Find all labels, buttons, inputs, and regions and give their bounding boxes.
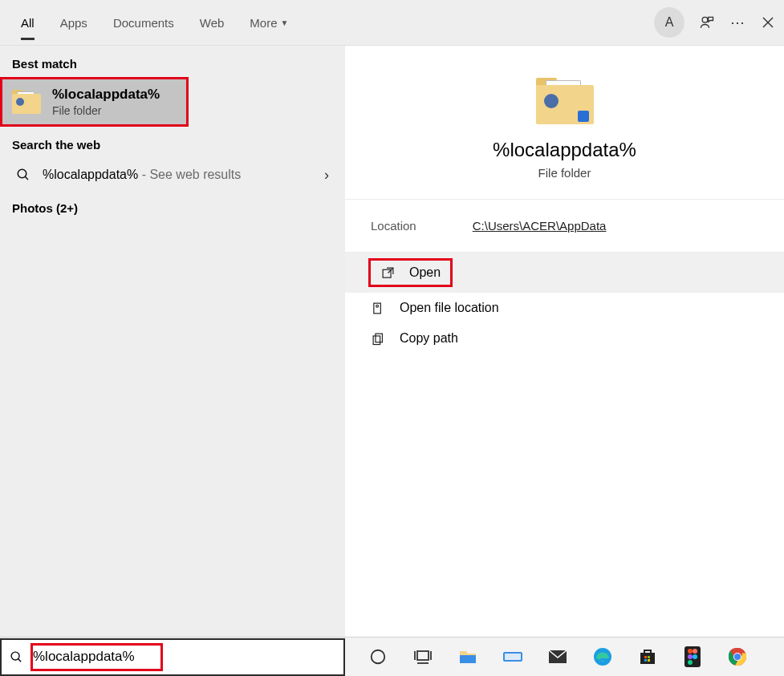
web-result-text: %localappdata% - See web results	[43, 168, 241, 182]
web-result-query: %localappdata%	[43, 168, 138, 181]
action-open-location-label: Open file location	[400, 301, 499, 315]
mail-icon[interactable]	[547, 646, 568, 667]
action-copy-path-label: Copy path	[400, 331, 458, 346]
svg-point-11	[11, 652, 19, 660]
more-options-icon[interactable]: ⋯	[729, 14, 745, 30]
svg-point-3	[18, 169, 26, 178]
svg-rect-20	[505, 654, 521, 660]
folder-open-icon	[371, 301, 385, 315]
svg-rect-10	[373, 335, 380, 344]
location-row: Location C:\Users\ACER\AppData	[345, 200, 784, 253]
chevron-right-icon: ›	[324, 167, 329, 184]
svg-point-0	[702, 17, 708, 22]
svg-line-4	[25, 176, 28, 180]
tab-documents[interactable]: Documents	[100, 0, 187, 45]
folder-icon	[12, 90, 41, 114]
action-copy-path[interactable]: Copy path	[345, 323, 784, 354]
location-label: Location	[371, 219, 416, 233]
taskbar-search[interactable]	[0, 638, 345, 676]
search-icon	[10, 650, 23, 664]
results-list: Best match %localappdata% File folder Se…	[0, 46, 345, 637]
search-web-heading: Search the web	[0, 127, 345, 158]
filter-tabs: All Apps Documents Web More ▼	[8, 0, 301, 45]
svg-point-30	[688, 654, 693, 659]
action-open[interactable]: Open	[345, 253, 784, 293]
search-filter-bar: All Apps Documents Web More ▼ A ⋯	[0, 0, 784, 46]
cortana-icon[interactable]	[368, 646, 388, 667]
feedback-icon[interactable]	[699, 14, 715, 30]
tab-all[interactable]: All	[8, 0, 47, 45]
svg-point-29	[693, 649, 697, 654]
svg-rect-23	[644, 656, 647, 658]
edge-icon[interactable]	[592, 646, 613, 667]
tab-apps[interactable]: Apps	[47, 0, 100, 45]
best-match-text: %localappdata% File folder	[52, 87, 160, 117]
file-explorer-icon[interactable]	[457, 646, 478, 667]
photos-heading[interactable]: Photos (2+)	[0, 192, 345, 225]
action-open-location[interactable]: Open file location	[345, 293, 784, 323]
search-results-area: Best match %localappdata% File folder Se…	[0, 46, 784, 637]
best-match-heading: Best match	[0, 46, 345, 77]
keyboard-app-icon[interactable]	[502, 646, 523, 667]
svg-point-31	[693, 654, 697, 659]
svg-point-28	[688, 649, 693, 654]
taskbar	[0, 637, 784, 676]
close-icon[interactable]	[760, 14, 776, 30]
best-match-result[interactable]: %localappdata% File folder	[0, 77, 189, 127]
svg-point-8	[376, 305, 378, 307]
preview-title: %localappdata%	[361, 139, 768, 161]
preview-subtitle: File folder	[361, 166, 768, 180]
svg-rect-14	[417, 651, 429, 660]
preview-header: %localappdata% File folder	[345, 46, 784, 200]
tab-more[interactable]: More ▼	[237, 0, 301, 45]
chrome-icon[interactable]	[727, 646, 748, 667]
store-icon[interactable]	[637, 646, 658, 667]
action-open-label: Open	[409, 265, 441, 280]
best-match-title: %localappdata%	[52, 87, 160, 103]
user-avatar[interactable]: A	[654, 7, 684, 38]
location-value[interactable]: C:\Users\ACER\AppData	[473, 219, 607, 233]
copy-icon	[371, 331, 385, 346]
best-match-subtitle: File folder	[52, 104, 160, 117]
search-icon	[12, 168, 35, 182]
chevron-down-icon: ▼	[281, 18, 289, 27]
svg-rect-24	[648, 656, 650, 658]
preview-panel: %localappdata% File folder Location C:\U…	[345, 46, 784, 637]
taskbar-icons	[345, 646, 748, 667]
svg-point-35	[734, 654, 741, 660]
svg-point-13	[372, 650, 385, 664]
svg-point-32	[688, 660, 693, 665]
svg-rect-25	[644, 659, 647, 662]
svg-line-12	[18, 658, 22, 662]
folder-icon-large	[536, 78, 594, 124]
figma-icon[interactable]	[682, 646, 703, 667]
web-result-suffix: - See web results	[138, 168, 241, 181]
svg-rect-26	[648, 659, 650, 662]
search-input[interactable]	[33, 649, 335, 665]
open-icon	[380, 265, 395, 280]
svg-rect-18	[460, 655, 476, 663]
svg-rect-9	[375, 334, 382, 342]
tab-more-label: More	[250, 16, 277, 30]
topbar-actions: A ⋯	[654, 0, 776, 45]
tab-web[interactable]: Web	[187, 0, 238, 45]
task-view-icon[interactable]	[412, 646, 433, 667]
web-result-row[interactable]: %localappdata% - See web results ›	[0, 158, 345, 192]
